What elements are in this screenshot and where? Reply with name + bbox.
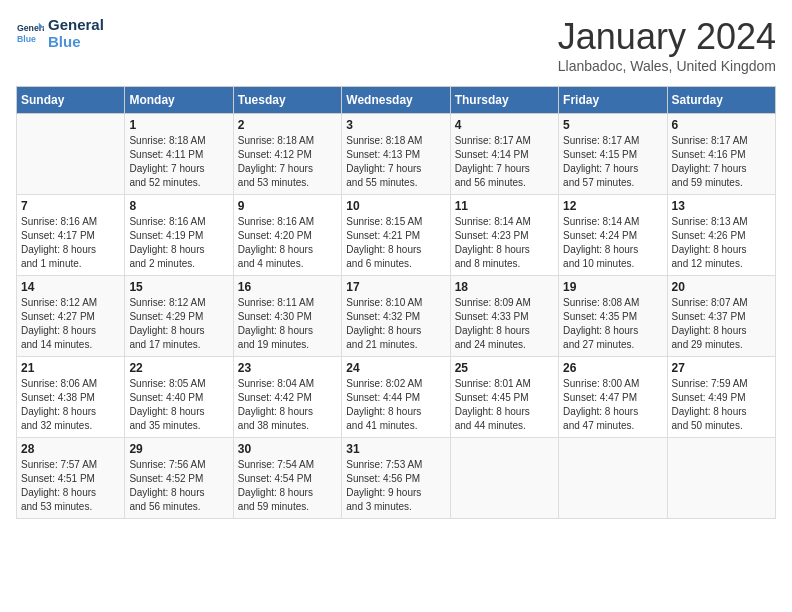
calendar-cell: 28Sunrise: 7:57 AMSunset: 4:51 PMDayligh… [17, 438, 125, 519]
day-info: Sunrise: 8:17 AMSunset: 4:16 PMDaylight:… [672, 134, 771, 190]
calendar-cell: 27Sunrise: 7:59 AMSunset: 4:49 PMDayligh… [667, 357, 775, 438]
day-info: Sunrise: 8:13 AMSunset: 4:26 PMDaylight:… [672, 215, 771, 271]
day-number: 21 [21, 361, 120, 375]
calendar-cell: 23Sunrise: 8:04 AMSunset: 4:42 PMDayligh… [233, 357, 341, 438]
day-number: 19 [563, 280, 662, 294]
day-number: 30 [238, 442, 337, 456]
calendar-cell: 26Sunrise: 8:00 AMSunset: 4:47 PMDayligh… [559, 357, 667, 438]
calendar-cell: 30Sunrise: 7:54 AMSunset: 4:54 PMDayligh… [233, 438, 341, 519]
day-info: Sunrise: 8:15 AMSunset: 4:21 PMDaylight:… [346, 215, 445, 271]
day-info: Sunrise: 8:16 AMSunset: 4:20 PMDaylight:… [238, 215, 337, 271]
day-header-wednesday: Wednesday [342, 87, 450, 114]
day-info: Sunrise: 8:09 AMSunset: 4:33 PMDaylight:… [455, 296, 554, 352]
calendar-cell: 22Sunrise: 8:05 AMSunset: 4:40 PMDayligh… [125, 357, 233, 438]
day-header-friday: Friday [559, 87, 667, 114]
day-number: 28 [21, 442, 120, 456]
calendar-week-4: 28Sunrise: 7:57 AMSunset: 4:51 PMDayligh… [17, 438, 776, 519]
day-info: Sunrise: 8:12 AMSunset: 4:29 PMDaylight:… [129, 296, 228, 352]
day-info: Sunrise: 8:06 AMSunset: 4:38 PMDaylight:… [21, 377, 120, 433]
day-number: 13 [672, 199, 771, 213]
day-info: Sunrise: 7:59 AMSunset: 4:49 PMDaylight:… [672, 377, 771, 433]
day-info: Sunrise: 8:08 AMSunset: 4:35 PMDaylight:… [563, 296, 662, 352]
calendar-cell: 7Sunrise: 8:16 AMSunset: 4:17 PMDaylight… [17, 195, 125, 276]
calendar-cell: 14Sunrise: 8:12 AMSunset: 4:27 PMDayligh… [17, 276, 125, 357]
day-info: Sunrise: 8:14 AMSunset: 4:23 PMDaylight:… [455, 215, 554, 271]
day-info: Sunrise: 7:53 AMSunset: 4:56 PMDaylight:… [346, 458, 445, 514]
day-number: 26 [563, 361, 662, 375]
title-block: January 2024 Llanbadoc, Wales, United Ki… [558, 16, 776, 74]
day-info: Sunrise: 8:12 AMSunset: 4:27 PMDaylight:… [21, 296, 120, 352]
calendar-header-row: SundayMondayTuesdayWednesdayThursdayFrid… [17, 87, 776, 114]
day-number: 20 [672, 280, 771, 294]
calendar-cell: 24Sunrise: 8:02 AMSunset: 4:44 PMDayligh… [342, 357, 450, 438]
day-number: 8 [129, 199, 228, 213]
calendar-cell: 2Sunrise: 8:18 AMSunset: 4:12 PMDaylight… [233, 114, 341, 195]
day-info: Sunrise: 8:18 AMSunset: 4:12 PMDaylight:… [238, 134, 337, 190]
calendar-body: 1Sunrise: 8:18 AMSunset: 4:11 PMDaylight… [17, 114, 776, 519]
day-number: 25 [455, 361, 554, 375]
day-number: 22 [129, 361, 228, 375]
day-info: Sunrise: 7:54 AMSunset: 4:54 PMDaylight:… [238, 458, 337, 514]
calendar-cell: 4Sunrise: 8:17 AMSunset: 4:14 PMDaylight… [450, 114, 558, 195]
day-number: 27 [672, 361, 771, 375]
day-number: 5 [563, 118, 662, 132]
day-info: Sunrise: 8:17 AMSunset: 4:14 PMDaylight:… [455, 134, 554, 190]
calendar-cell: 11Sunrise: 8:14 AMSunset: 4:23 PMDayligh… [450, 195, 558, 276]
calendar-cell: 12Sunrise: 8:14 AMSunset: 4:24 PMDayligh… [559, 195, 667, 276]
logo: General Blue General Blue [16, 16, 104, 50]
day-info: Sunrise: 8:16 AMSunset: 4:17 PMDaylight:… [21, 215, 120, 271]
calendar-cell: 6Sunrise: 8:17 AMSunset: 4:16 PMDaylight… [667, 114, 775, 195]
day-info: Sunrise: 7:57 AMSunset: 4:51 PMDaylight:… [21, 458, 120, 514]
calendar-cell [559, 438, 667, 519]
calendar-cell [17, 114, 125, 195]
day-number: 31 [346, 442, 445, 456]
calendar-cell: 16Sunrise: 8:11 AMSunset: 4:30 PMDayligh… [233, 276, 341, 357]
day-info: Sunrise: 8:01 AMSunset: 4:45 PMDaylight:… [455, 377, 554, 433]
logo-line1: General [48, 16, 104, 33]
calendar-cell: 8Sunrise: 8:16 AMSunset: 4:19 PMDaylight… [125, 195, 233, 276]
day-number: 2 [238, 118, 337, 132]
day-number: 9 [238, 199, 337, 213]
calendar-cell [667, 438, 775, 519]
calendar-cell [450, 438, 558, 519]
day-info: Sunrise: 7:56 AMSunset: 4:52 PMDaylight:… [129, 458, 228, 514]
day-header-sunday: Sunday [17, 87, 125, 114]
day-number: 14 [21, 280, 120, 294]
logo-line2: Blue [48, 33, 104, 50]
location: Llanbadoc, Wales, United Kingdom [558, 58, 776, 74]
day-number: 11 [455, 199, 554, 213]
calendar-cell: 17Sunrise: 8:10 AMSunset: 4:32 PMDayligh… [342, 276, 450, 357]
calendar-cell: 15Sunrise: 8:12 AMSunset: 4:29 PMDayligh… [125, 276, 233, 357]
day-header-monday: Monday [125, 87, 233, 114]
day-number: 18 [455, 280, 554, 294]
month-title: January 2024 [558, 16, 776, 58]
calendar-cell: 5Sunrise: 8:17 AMSunset: 4:15 PMDaylight… [559, 114, 667, 195]
calendar-cell: 29Sunrise: 7:56 AMSunset: 4:52 PMDayligh… [125, 438, 233, 519]
day-header-saturday: Saturday [667, 87, 775, 114]
day-number: 23 [238, 361, 337, 375]
calendar-cell: 3Sunrise: 8:18 AMSunset: 4:13 PMDaylight… [342, 114, 450, 195]
day-info: Sunrise: 8:05 AMSunset: 4:40 PMDaylight:… [129, 377, 228, 433]
day-info: Sunrise: 8:18 AMSunset: 4:13 PMDaylight:… [346, 134, 445, 190]
day-number: 17 [346, 280, 445, 294]
calendar-cell: 20Sunrise: 8:07 AMSunset: 4:37 PMDayligh… [667, 276, 775, 357]
day-number: 10 [346, 199, 445, 213]
day-number: 4 [455, 118, 554, 132]
day-info: Sunrise: 8:02 AMSunset: 4:44 PMDaylight:… [346, 377, 445, 433]
calendar-cell: 10Sunrise: 8:15 AMSunset: 4:21 PMDayligh… [342, 195, 450, 276]
svg-text:Blue: Blue [17, 34, 36, 44]
day-info: Sunrise: 8:17 AMSunset: 4:15 PMDaylight:… [563, 134, 662, 190]
day-number: 16 [238, 280, 337, 294]
calendar-week-1: 7Sunrise: 8:16 AMSunset: 4:17 PMDaylight… [17, 195, 776, 276]
day-number: 6 [672, 118, 771, 132]
day-number: 24 [346, 361, 445, 375]
calendar-table: SundayMondayTuesdayWednesdayThursdayFrid… [16, 86, 776, 519]
calendar-cell: 9Sunrise: 8:16 AMSunset: 4:20 PMDaylight… [233, 195, 341, 276]
calendar-cell: 13Sunrise: 8:13 AMSunset: 4:26 PMDayligh… [667, 195, 775, 276]
calendar-week-0: 1Sunrise: 8:18 AMSunset: 4:11 PMDaylight… [17, 114, 776, 195]
calendar-cell: 18Sunrise: 8:09 AMSunset: 4:33 PMDayligh… [450, 276, 558, 357]
day-number: 15 [129, 280, 228, 294]
logo-icon: General Blue [16, 19, 44, 47]
day-header-thursday: Thursday [450, 87, 558, 114]
day-number: 3 [346, 118, 445, 132]
